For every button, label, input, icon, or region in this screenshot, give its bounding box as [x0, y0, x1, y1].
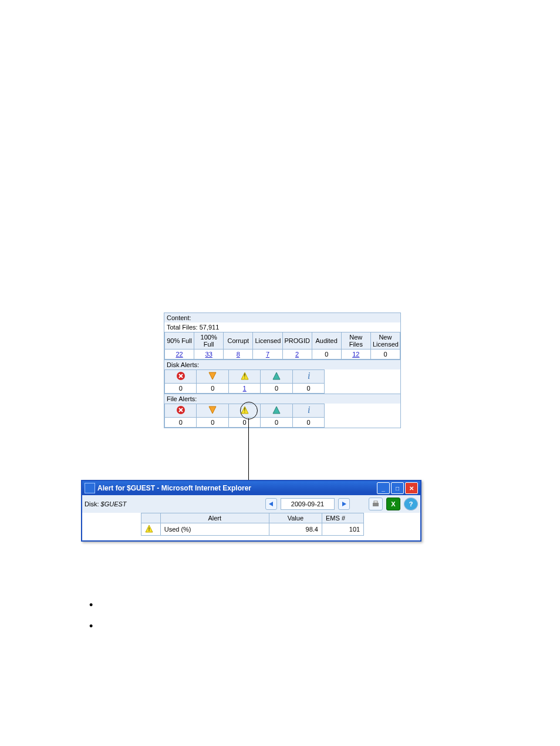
file-alerts-table: ! i 0 0 0 0 0	[164, 404, 325, 428]
svg-text:i: i	[308, 405, 310, 415]
svg-marker-4	[273, 372, 280, 379]
export-excel-button[interactable]: X	[386, 498, 400, 510]
disk-alerts-table: ! i 0 0 1 0 0	[164, 369, 325, 394]
svg-marker-13	[342, 502, 346, 506]
window-title: Alert for $GUEST - Microsoft Internet Ex…	[97, 484, 251, 492]
svg-rect-15	[374, 501, 377, 503]
help-button[interactable]: ?	[404, 498, 418, 510]
disk-alert-0: 0	[179, 385, 183, 392]
link-90-full[interactable]: 22	[176, 351, 183, 358]
svg-marker-10	[273, 406, 280, 414]
col-new-files: New Files	[341, 332, 370, 350]
minimize-button[interactable]: _	[377, 482, 390, 494]
next-day-button[interactable]	[338, 498, 350, 510]
svg-marker-7	[209, 406, 216, 414]
info-icon: i	[304, 405, 313, 416]
alert-value: 98.4	[269, 523, 322, 536]
link-licensed[interactable]: 7	[266, 351, 269, 358]
info-icon: i	[304, 371, 313, 382]
disk-alert-3: 0	[275, 385, 278, 392]
col-corrupt: Corrupt	[224, 332, 253, 350]
col-ems: EMS #	[322, 513, 364, 523]
val-audited: 0	[325, 351, 328, 358]
bullet-2	[89, 623, 96, 630]
file-alert-0: 0	[179, 419, 183, 426]
titlebar[interactable]: Alert for $GUEST - Microsoft Internet Ex…	[82, 481, 420, 495]
svg-rect-14	[373, 503, 379, 506]
warning-yellow-icon: !	[240, 405, 249, 416]
col-icon	[141, 513, 161, 523]
svg-marker-1	[209, 372, 216, 379]
col-new-lic: New Licensed	[370, 332, 400, 350]
alert-popup: Alert for $GUEST - Microsoft Internet Ex…	[81, 480, 421, 542]
link-new-files[interactable]: 12	[352, 351, 359, 358]
col-alert: Alert	[160, 513, 269, 523]
alert-ems: 101	[322, 523, 364, 536]
link-progid[interactable]: 2	[295, 351, 299, 358]
svg-text:!: !	[149, 526, 150, 532]
disk-alerts-header: Disk Alerts:	[164, 359, 400, 369]
col-licensed: Licensed	[253, 332, 282, 350]
val-new-lic: 0	[383, 351, 387, 358]
link-corrupt[interactable]: 8	[237, 351, 240, 358]
warning-yellow-icon: !	[145, 525, 153, 534]
disk-alert-1: 0	[211, 385, 214, 392]
file-alert-2: 0	[243, 419, 247, 426]
disk-content-panel: Content: Total Files: 57,911 90% Full 10…	[164, 312, 401, 428]
up-triangle-icon	[272, 371, 281, 382]
file-alert-3: 0	[275, 419, 278, 426]
disk-alert-2-link[interactable]: 1	[243, 385, 247, 392]
date-input[interactable]	[281, 498, 335, 510]
up-triangle-icon	[272, 405, 281, 416]
print-button[interactable]	[369, 498, 383, 510]
error-icon	[176, 405, 185, 416]
error-icon	[176, 371, 185, 382]
content-table: 90% Full 100% Full Corrupt Licensed PROG…	[164, 332, 400, 359]
warning-yellow-icon: !	[240, 371, 249, 382]
disk-label: Disk: $GUEST	[85, 500, 178, 508]
content-header: Content:	[164, 313, 400, 322]
link-100-full[interactable]: 33	[205, 351, 212, 358]
warning-orange-icon	[208, 405, 217, 416]
col-value: Value	[269, 513, 322, 523]
bullet-1	[89, 601, 96, 609]
maximize-button[interactable]: □	[391, 482, 404, 494]
file-alerts-header: File Alerts:	[164, 394, 400, 404]
disk-name: $GUEST	[101, 500, 127, 508]
svg-text:!: !	[244, 407, 245, 414]
file-alert-1: 0	[211, 419, 214, 426]
prev-day-button[interactable]	[265, 498, 277, 510]
disk-alert-4: 0	[307, 385, 311, 392]
svg-text:i: i	[308, 371, 310, 381]
svg-text:!: !	[244, 373, 245, 379]
col-audited: Audited	[312, 332, 341, 350]
warning-orange-icon	[208, 371, 217, 382]
svg-marker-12	[269, 502, 273, 506]
total-files: Total Files: 57,911	[164, 322, 400, 332]
col-90-full: 90% Full	[165, 332, 194, 350]
ie-icon	[85, 483, 95, 493]
col-progid: PROGID	[282, 332, 312, 350]
file-alert-4: 0	[307, 419, 311, 426]
alert-detail-table: Alert Value EMS # ! Used (%) 98.4 101	[141, 513, 364, 536]
table-row[interactable]: ! Used (%) 98.4 101	[141, 523, 364, 536]
close-button[interactable]: ✕	[405, 482, 418, 494]
alert-name: Used (%)	[160, 523, 269, 536]
toolbar: Disk: $GUEST X ?	[82, 495, 420, 513]
col-100-full: 100% Full	[194, 332, 224, 350]
